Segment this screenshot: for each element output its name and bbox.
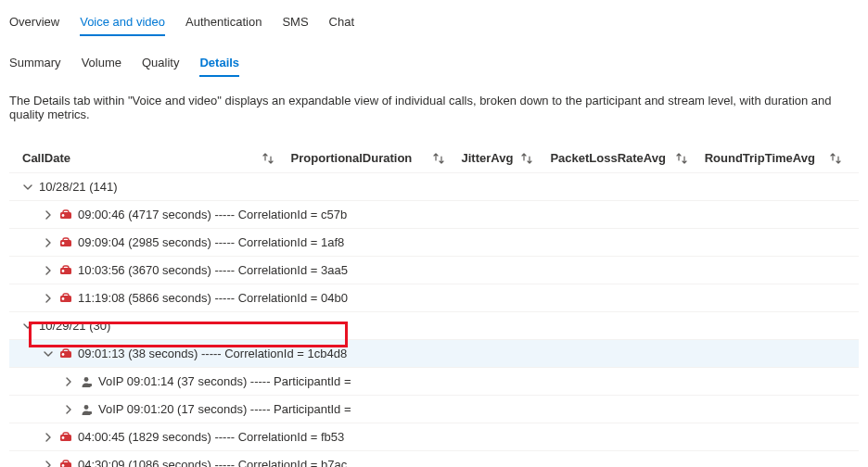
phone-icon xyxy=(59,431,72,444)
chevron-down-icon[interactable] xyxy=(22,321,33,332)
table-row[interactable]: 09:09:04 (2985 seconds) ----- Correlatio… xyxy=(9,228,859,256)
subtab-volume[interactable]: Volume xyxy=(82,50,121,77)
svg-point-1 xyxy=(62,214,65,217)
column-label: JitterAvg xyxy=(462,151,514,165)
table-row[interactable]: 11:19:08 (5866 seconds) ----- Correlatio… xyxy=(9,284,859,311)
table-row[interactable]: 10/28/21 (141) xyxy=(9,172,859,200)
sub-tabs: Summary Volume Quality Details xyxy=(9,50,859,77)
table-row[interactable]: VoIP 09:01:20 (17 seconds) ----- Partici… xyxy=(9,395,859,423)
row-label: 04:00:45 (1829 seconds) ----- Correlatio… xyxy=(78,430,344,444)
column-roundtriptimeavg[interactable]: RoundTripTimeAvg xyxy=(705,151,859,165)
chevron-right-icon[interactable] xyxy=(43,237,54,248)
table-row[interactable]: 04:00:45 (1829 seconds) ----- Correlatio… xyxy=(9,423,859,450)
sort-icon xyxy=(432,152,445,165)
chevron-right-icon[interactable] xyxy=(43,209,54,221)
chevron-down-icon[interactable] xyxy=(43,348,54,360)
phone-icon xyxy=(59,264,72,277)
tab-overview[interactable]: Overview xyxy=(9,9,59,36)
description-text: The Details tab within "Voice and video"… xyxy=(9,94,859,121)
phone-icon xyxy=(59,236,72,249)
table-row[interactable]: 04:30:09 (1086 seconds) ----- Correlatio… xyxy=(9,450,859,467)
table-body: 10/28/21 (141)09:00:46 (4717 seconds) --… xyxy=(9,172,859,467)
phone-icon xyxy=(59,459,72,468)
column-label: RoundTripTimeAvg xyxy=(705,151,815,165)
table-row[interactable]: 09:01:13 (38 seconds) ----- CorrelationI… xyxy=(9,339,859,367)
svg-rect-11 xyxy=(88,384,92,386)
table-row[interactable]: 10:03:56 (3670 seconds) ----- Correlatio… xyxy=(9,256,859,284)
row-label: VoIP 09:01:20 (17 seconds) ----- Partici… xyxy=(98,402,351,416)
subtab-details[interactable]: Details xyxy=(199,50,239,77)
row-label: 11:19:08 (5866 seconds) ----- Correlatio… xyxy=(78,291,348,305)
svg-point-9 xyxy=(62,353,65,356)
row-label: 04:30:09 (1086 seconds) ----- Correlatio… xyxy=(78,458,347,467)
chevron-right-icon[interactable] xyxy=(43,432,54,443)
table-header: CallDate ProportionalDuration JitterAvg … xyxy=(9,144,859,172)
column-calldate[interactable]: CallDate xyxy=(22,151,291,165)
participant-icon xyxy=(80,403,93,416)
svg-point-15 xyxy=(62,436,65,439)
sort-icon xyxy=(829,152,842,165)
svg-rect-16 xyxy=(60,462,71,468)
chevron-right-icon[interactable] xyxy=(43,460,54,468)
sort-icon xyxy=(675,152,688,165)
tab-chat[interactable]: Chat xyxy=(329,9,354,36)
svg-rect-13 xyxy=(88,411,92,414)
subtab-summary[interactable]: Summary xyxy=(9,50,61,77)
row-label: 09:01:13 (38 seconds) ----- CorrelationI… xyxy=(78,347,347,360)
sort-icon xyxy=(520,152,533,165)
row-label: 10:03:56 (3670 seconds) ----- Correlatio… xyxy=(78,263,348,277)
table-row[interactable]: 10/29/21 (30) xyxy=(9,311,859,339)
chevron-down-icon[interactable] xyxy=(22,182,33,193)
column-label: ProportionalDuration xyxy=(291,151,413,165)
column-packetlossrateavg[interactable]: PacketLossRateAvg xyxy=(550,151,704,165)
svg-point-10 xyxy=(84,377,89,382)
chevron-right-icon[interactable] xyxy=(63,404,74,415)
phone-icon xyxy=(59,347,72,360)
subtab-quality[interactable]: Quality xyxy=(142,50,179,77)
svg-point-3 xyxy=(62,242,65,245)
chevron-right-icon[interactable] xyxy=(43,293,54,304)
participant-icon xyxy=(80,375,93,388)
row-label: 09:00:46 (4717 seconds) ----- Correlatio… xyxy=(78,208,347,221)
row-label: 10/29/21 (30) xyxy=(39,319,110,333)
tab-voice-and-video[interactable]: Voice and video xyxy=(80,9,165,36)
tab-authentication[interactable]: Authentication xyxy=(185,9,262,36)
main-tabs: Overview Voice and video Authentication … xyxy=(9,9,859,37)
chevron-right-icon[interactable] xyxy=(63,376,74,387)
page-container: Overview Voice and video Authentication … xyxy=(9,9,859,467)
row-label: VoIP 09:01:14 (37 seconds) ----- Partici… xyxy=(98,374,351,388)
table-row[interactable]: VoIP 09:01:14 (37 seconds) ----- Partici… xyxy=(9,367,859,395)
row-label: 10/28/21 (141) xyxy=(39,180,118,194)
svg-point-17 xyxy=(62,464,65,467)
chevron-right-icon[interactable] xyxy=(43,265,54,276)
column-label: PacketLossRateAvg xyxy=(550,151,666,165)
column-jitteravg[interactable]: JitterAvg xyxy=(462,151,551,165)
phone-icon xyxy=(59,292,72,305)
sort-icon xyxy=(262,152,274,165)
phone-icon xyxy=(59,208,72,221)
svg-point-7 xyxy=(62,297,65,300)
row-label: 09:09:04 (2985 seconds) ----- Correlatio… xyxy=(78,235,344,249)
svg-point-12 xyxy=(84,405,89,410)
column-label: CallDate xyxy=(22,151,70,165)
column-proportionalduration[interactable]: ProportionalDuration xyxy=(291,151,462,165)
table-row[interactable]: 09:00:46 (4717 seconds) ----- Correlatio… xyxy=(9,200,859,228)
svg-point-5 xyxy=(62,270,65,272)
tab-sms[interactable]: SMS xyxy=(282,9,308,36)
